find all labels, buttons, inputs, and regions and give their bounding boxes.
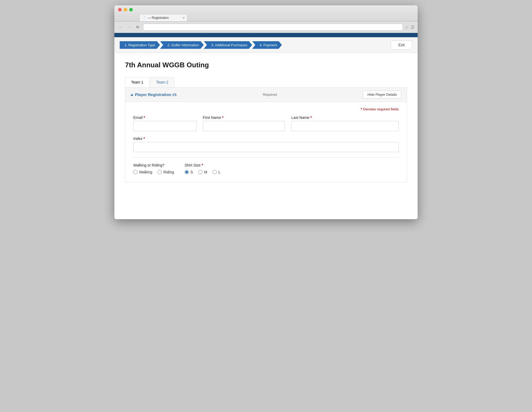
shirt-size-group: Shirt Size * S M (185, 163, 221, 174)
header-bar (114, 33, 418, 37)
required-note-text: Denotes required fields (363, 107, 399, 111)
registration-body: * Denotes required fields Email * (125, 102, 407, 182)
section-divider (133, 157, 399, 158)
shirt-size-s-option[interactable]: S (185, 170, 193, 174)
shirt-size-label-text: Shirt Size (185, 163, 201, 167)
registration-title-text: Player Registration #1 (135, 92, 177, 97)
shirt-size-m-label: M (204, 170, 207, 174)
minimize-dot[interactable] (124, 8, 127, 11)
shirt-size-options: S M L (185, 170, 221, 174)
team2-tab[interactable]: Team 2 (150, 77, 174, 87)
walking-option[interactable]: Walking (133, 170, 152, 174)
step1-label: 1. Registration Type (124, 43, 155, 47)
email-field-group: Email * (133, 115, 197, 131)
browser-titlebar: 📄 — Registration ✕ (114, 5, 418, 22)
step2-label: 2. Golfer Information (167, 43, 199, 47)
maximize-dot[interactable] (129, 8, 133, 11)
team-tabs: Team 1 Team 2 (125, 77, 407, 88)
wizard-steps: 1. Registration Type 2. Golfer Informati… (120, 41, 282, 49)
index-input[interactable] (133, 142, 399, 152)
shirt-size-s-label: S (190, 170, 193, 174)
wizard-step-3[interactable]: 3. Additional Purchases (204, 41, 252, 49)
shirt-size-m-option[interactable]: M (198, 170, 207, 174)
browser-tabs: 📄 — Registration ✕ (139, 14, 414, 21)
walking-riding-options: Walking Riding (133, 170, 174, 174)
index-label-text: Index (133, 136, 142, 141)
exit-button[interactable]: Exit (391, 40, 412, 49)
shirt-size-m-radio[interactable] (198, 170, 202, 174)
main-content: 7th Annual WGGB Outing Team 1 Team 2 Pla… (114, 53, 418, 190)
tab-label: — Registration (148, 16, 169, 20)
shirt-size-s-radio[interactable] (185, 170, 189, 174)
last-name-label-text: Last Name (291, 115, 309, 120)
required-note: * Denotes required fields (133, 107, 399, 111)
step4-label: 4. Payment (260, 43, 277, 47)
first-name-input[interactable] (203, 121, 285, 131)
riding-radio[interactable] (157, 170, 162, 174)
address-bar[interactable] (143, 24, 403, 31)
last-name-field-group: Last Name * (291, 115, 399, 131)
walking-label: Walking (139, 170, 152, 174)
riding-option[interactable]: Riding (157, 170, 174, 174)
index-field-group: Index * (133, 136, 399, 152)
shirt-size-required-star: * (202, 163, 203, 167)
close-dot[interactable] (118, 8, 122, 11)
registration-section: Player Registration #1 Required Hide Pla… (125, 88, 407, 182)
required-star: * (361, 107, 362, 111)
shirt-size-l-radio[interactable] (213, 170, 217, 174)
collapse-icon[interactable] (131, 94, 133, 96)
options-row: Walking or Riding? Walking Riding (133, 163, 399, 174)
registration-title: Player Registration #1 (131, 92, 177, 97)
browser-controls (118, 8, 414, 11)
first-name-field-group: First Name * (203, 115, 285, 131)
wizard-nav: 1. Registration Type 2. Golfer Informati… (114, 37, 418, 53)
walking-riding-group: Walking or Riding? Walking Riding (133, 163, 174, 174)
last-name-required-star: * (310, 115, 312, 120)
reload-button[interactable]: ↻ (135, 24, 141, 30)
name-row: Email * First Name * (133, 115, 399, 131)
wizard-step-2[interactable]: 2. Golfer Information (160, 41, 204, 49)
first-name-required-star: * (222, 115, 223, 120)
email-label-text: Email (133, 115, 143, 120)
team1-label: Team 1 (131, 80, 143, 84)
index-required-star: * (143, 136, 145, 141)
back-button[interactable]: ← (118, 24, 124, 30)
email-input[interactable] (133, 121, 197, 131)
forward-button[interactable]: → (126, 24, 132, 30)
walking-riding-label: Walking or Riding? (133, 163, 174, 167)
team1-tab[interactable]: Team 1 (125, 77, 149, 87)
shirt-size-l-option[interactable]: L (213, 170, 221, 174)
wizard-step-1[interactable]: 1. Registration Type (120, 41, 160, 49)
bookmark-icon[interactable]: ☆ (405, 25, 409, 30)
step3-label: 3. Additional Purchases (211, 43, 247, 47)
email-label: Email * (133, 115, 197, 120)
event-title: 7th Annual WGGB Outing (125, 61, 407, 69)
page-content: 1. Registration Type 2. Golfer Informati… (114, 33, 418, 219)
required-badge: Required (263, 93, 277, 97)
tab-doc-icon: 📄 (142, 16, 146, 20)
browser-tab[interactable]: 📄 — Registration ✕ (139, 14, 187, 21)
team2-label: Team 2 (156, 80, 168, 84)
browser-toolbar: ← → ↻ ☆ ☰ (114, 22, 418, 33)
first-name-label-text: First Name (203, 115, 221, 120)
shirt-size-label: Shirt Size * (185, 163, 221, 167)
wizard-step-4[interactable]: 4. Payment (252, 41, 282, 49)
index-label: Index * (133, 136, 399, 141)
index-row: Index * (133, 136, 399, 152)
last-name-input[interactable] (291, 121, 399, 131)
browser-window: 📄 — Registration ✕ ← → ↻ ☆ ☰ 1. Registra… (114, 5, 418, 219)
walking-radio[interactable] (133, 170, 138, 174)
email-required-star: * (144, 115, 145, 120)
last-name-label: Last Name * (291, 115, 399, 120)
menu-icon[interactable]: ☰ (411, 25, 414, 30)
riding-label: Riding (163, 170, 174, 174)
registration-header: Player Registration #1 Required Hide Pla… (125, 88, 407, 102)
hide-details-button[interactable]: Hide Player Details (363, 91, 401, 98)
tab-close-icon[interactable]: ✕ (182, 16, 185, 20)
shirt-size-l-label: L (218, 170, 221, 174)
first-name-label: First Name * (203, 115, 285, 120)
